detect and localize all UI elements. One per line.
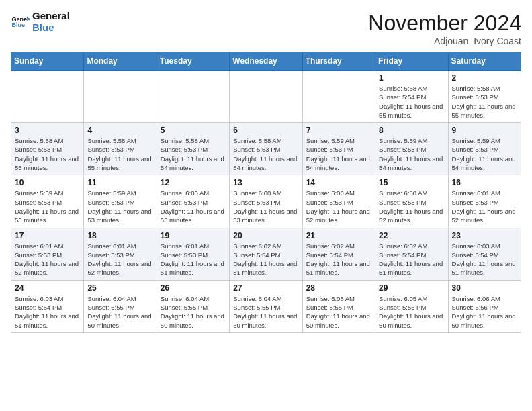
day-number: 19 [161,231,226,240]
day-number: 14 [306,178,371,187]
calendar-cell: 25Sunrise: 6:04 AM Sunset: 5:55 PM Dayli… [84,280,157,332]
day-info: Sunrise: 6:01 AM Sunset: 5:53 PM Dayligh… [452,189,517,224]
day-info: Sunrise: 5:59 AM Sunset: 5:53 PM Dayligh… [306,136,371,172]
day-info: Sunrise: 6:04 AM Sunset: 5:55 PM Dayligh… [161,294,226,330]
day-number: 27 [233,283,298,293]
calendar-cell: 5Sunrise: 5:58 AM Sunset: 5:53 PM Daylig… [157,123,229,175]
day-number: 26 [161,283,226,293]
day-number: 2 [452,73,517,83]
calendar-cell: 21Sunrise: 6:02 AM Sunset: 5:54 PM Dayli… [302,228,375,280]
title-block: November 2024 Adjouan, Ivory Coast [368,11,521,46]
calendar-cell: 18Sunrise: 6:01 AM Sunset: 5:53 PM Dayli… [84,228,157,280]
day-info: Sunrise: 6:01 AM Sunset: 5:53 PM Dayligh… [15,242,80,277]
day-number: 30 [452,283,517,293]
calendar-cell [11,71,84,123]
day-info: Sunrise: 5:58 AM Sunset: 5:53 PM Dayligh… [87,136,152,172]
day-info: Sunrise: 6:03 AM Sunset: 5:54 PM Dayligh… [452,242,517,277]
col-friday: Friday [375,52,448,71]
calendar-cell: 1Sunrise: 5:58 AM Sunset: 5:54 PM Daylig… [375,71,448,123]
day-number: 20 [233,231,298,240]
day-number: 13 [233,178,298,187]
day-number: 1 [379,73,444,83]
day-number: 4 [87,126,152,135]
day-number: 29 [379,283,444,293]
day-info: Sunrise: 6:00 AM Sunset: 5:53 PM Dayligh… [161,189,226,224]
day-number: 18 [87,231,152,240]
calendar-week-4: 17Sunrise: 6:01 AM Sunset: 5:53 PM Dayli… [11,228,521,280]
day-info: Sunrise: 6:05 AM Sunset: 5:56 PM Dayligh… [379,294,444,330]
calendar-cell: 20Sunrise: 6:02 AM Sunset: 5:54 PM Dayli… [230,228,302,280]
day-info: Sunrise: 5:59 AM Sunset: 5:53 PM Dayligh… [87,189,152,224]
calendar-cell: 7Sunrise: 5:59 AM Sunset: 5:53 PM Daylig… [302,123,375,175]
calendar-cell: 3Sunrise: 5:58 AM Sunset: 5:53 PM Daylig… [11,123,84,175]
day-info: Sunrise: 6:02 AM Sunset: 5:54 PM Dayligh… [306,242,371,277]
day-number: 17 [15,231,80,240]
calendar-week-3: 10Sunrise: 5:59 AM Sunset: 5:53 PM Dayli… [11,175,521,228]
calendar-header-row: Sunday Monday Tuesday Wednesday Thursday… [11,52,521,71]
col-wednesday: Wednesday [230,52,302,71]
day-info: Sunrise: 6:01 AM Sunset: 5:53 PM Dayligh… [161,242,226,277]
calendar-cell: 10Sunrise: 5:59 AM Sunset: 5:53 PM Dayli… [11,175,84,228]
day-number: 25 [87,283,152,293]
day-number: 9 [452,126,517,135]
col-thursday: Thursday [302,52,375,71]
calendar-cell: 6Sunrise: 5:58 AM Sunset: 5:53 PM Daylig… [230,123,302,175]
day-number: 6 [233,126,298,135]
day-info: Sunrise: 6:05 AM Sunset: 5:55 PM Dayligh… [306,294,371,330]
calendar-cell [157,71,229,123]
calendar-cell: 23Sunrise: 6:03 AM Sunset: 5:54 PM Dayli… [448,228,521,280]
day-info: Sunrise: 6:06 AM Sunset: 5:56 PM Dayligh… [452,294,517,330]
calendar-cell: 19Sunrise: 6:01 AM Sunset: 5:53 PM Dayli… [157,228,229,280]
col-sunday: Sunday [11,52,84,71]
day-number: 21 [306,231,371,240]
day-info: Sunrise: 6:00 AM Sunset: 5:53 PM Dayligh… [233,189,298,224]
calendar-cell: 2Sunrise: 5:58 AM Sunset: 5:53 PM Daylig… [448,71,521,123]
day-info: Sunrise: 5:58 AM Sunset: 5:53 PM Dayligh… [233,136,298,172]
calendar-cell: 28Sunrise: 6:05 AM Sunset: 5:55 PM Dayli… [302,280,375,332]
day-number: 3 [15,126,80,135]
calendar-cell [84,71,157,123]
calendar-week-1: 1Sunrise: 5:58 AM Sunset: 5:54 PM Daylig… [11,71,521,123]
calendar-cell: 13Sunrise: 6:00 AM Sunset: 5:53 PM Dayli… [230,175,302,228]
day-number: 23 [452,231,517,240]
day-info: Sunrise: 6:04 AM Sunset: 5:55 PM Dayligh… [87,294,152,330]
calendar-cell: 22Sunrise: 6:02 AM Sunset: 5:54 PM Dayli… [375,228,448,280]
calendar-cell [230,71,302,123]
col-tuesday: Tuesday [157,52,229,71]
day-info: Sunrise: 5:59 AM Sunset: 5:53 PM Dayligh… [379,136,444,172]
day-number: 7 [306,126,371,135]
day-info: Sunrise: 5:58 AM Sunset: 5:53 PM Dayligh… [161,136,226,172]
calendar-cell: 27Sunrise: 6:04 AM Sunset: 5:55 PM Dayli… [230,280,302,332]
logo-icon: General Blue [11,13,30,32]
day-number: 5 [161,126,226,135]
day-info: Sunrise: 6:00 AM Sunset: 5:53 PM Dayligh… [306,189,371,224]
day-info: Sunrise: 5:58 AM Sunset: 5:54 PM Dayligh… [379,84,444,120]
calendar-cell: 30Sunrise: 6:06 AM Sunset: 5:56 PM Dayli… [448,280,521,332]
day-number: 11 [87,178,152,187]
day-info: Sunrise: 5:58 AM Sunset: 5:53 PM Dayligh… [15,136,80,172]
calendar-table: Sunday Monday Tuesday Wednesday Thursday… [11,52,521,333]
month-title: November 2024 [368,11,521,36]
calendar-cell: 4Sunrise: 5:58 AM Sunset: 5:53 PM Daylig… [84,123,157,175]
svg-text:Blue: Blue [11,21,25,28]
day-number: 15 [379,178,444,187]
day-number: 10 [15,178,80,187]
day-info: Sunrise: 6:00 AM Sunset: 5:53 PM Dayligh… [379,189,444,224]
day-info: Sunrise: 6:04 AM Sunset: 5:55 PM Dayligh… [233,294,298,330]
calendar-week-2: 3Sunrise: 5:58 AM Sunset: 5:53 PM Daylig… [11,123,521,175]
calendar-cell: 16Sunrise: 6:01 AM Sunset: 5:53 PM Dayli… [448,175,521,228]
day-info: Sunrise: 5:58 AM Sunset: 5:53 PM Dayligh… [452,84,517,120]
calendar-cell: 12Sunrise: 6:00 AM Sunset: 5:53 PM Dayli… [157,175,229,228]
calendar-cell: 15Sunrise: 6:00 AM Sunset: 5:53 PM Dayli… [375,175,448,228]
calendar-cell: 17Sunrise: 6:01 AM Sunset: 5:53 PM Dayli… [11,228,84,280]
day-info: Sunrise: 5:59 AM Sunset: 5:53 PM Dayligh… [15,189,80,224]
calendar-cell: 11Sunrise: 5:59 AM Sunset: 5:53 PM Dayli… [84,175,157,228]
calendar-cell: 29Sunrise: 6:05 AM Sunset: 5:56 PM Dayli… [375,280,448,332]
calendar-cell: 26Sunrise: 6:04 AM Sunset: 5:55 PM Dayli… [157,280,229,332]
calendar-cell: 24Sunrise: 6:03 AM Sunset: 5:54 PM Dayli… [11,280,84,332]
day-number: 22 [379,231,444,240]
logo: General Blue General Blue [11,11,70,33]
calendar-cell: 8Sunrise: 5:59 AM Sunset: 5:53 PM Daylig… [375,123,448,175]
calendar-cell [302,71,375,123]
col-saturday: Saturday [448,52,521,71]
